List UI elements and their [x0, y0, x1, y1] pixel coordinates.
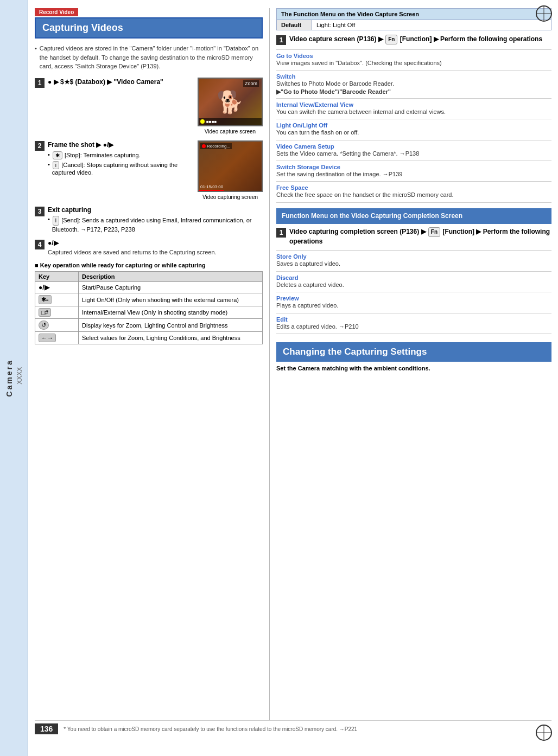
divider-7	[276, 181, 551, 182]
intro-text: • Captured videos are stored in the "Cam…	[35, 44, 263, 71]
menu-item-discard: Discard Deletes a captured video.	[276, 274, 551, 289]
key-cell: ✱≡	[35, 293, 79, 306]
completion-step-1: 1 Video capturing completion screen (P13…	[276, 227, 551, 246]
key-cell: ←→	[35, 332, 79, 344]
menu-item-edit: Edit Edits a captured video. →P210	[276, 316, 551, 331]
corner-br	[535, 723, 554, 742]
step-2-bullet1: • ✱ [Stop]: Terminates capturing.	[48, 151, 192, 159]
menu-desc-switch: Switches to Photo Mode or Barcode Reader…	[276, 80, 551, 88]
menu-desc-edit: Edits a captured video. →P210	[276, 323, 551, 331]
step-1: 1 ● ▶ $★$ (Databox) ▶ "Video Camera" Zoo…	[35, 78, 263, 135]
capturing-videos-title: Capturing Videos	[35, 17, 263, 39]
menu-title-free-space: Free Space	[276, 184, 551, 191]
menu-item-go-to-videos: Go to Videos View images saved in "Datab…	[276, 53, 551, 67]
divider-3	[276, 98, 551, 99]
default-value: Light: Light Off	[312, 20, 359, 30]
footer-note: * You need to obtain a microSD memory ca…	[64, 726, 357, 732]
menu-desc-go-to-videos: View images saved in "Databox". (Checkin…	[276, 59, 551, 67]
divider-2	[276, 70, 551, 71]
sidebar-camera-label: Camera	[5, 359, 14, 396]
table-row: ✱≡ Light On/Off (Only when shooting with…	[35, 293, 263, 306]
step-2-bullet2: • i [Cancel]: Stops capturing without sa…	[48, 161, 192, 176]
sidebar: Camera XXXX	[0, 0, 28, 756]
desc-cell: Select values for Zoom, Lighting Conditi…	[79, 332, 263, 344]
menu-item-light: Light On/Light Off You can turn the flas…	[276, 122, 551, 137]
right-step-1-number: 1	[276, 35, 286, 45]
menu-desc-discard: Deletes a captured video.	[276, 281, 551, 289]
menu-title-light: Light On/Light Off	[276, 122, 551, 129]
menu-title-preview: Preview	[276, 295, 551, 302]
key-cell: □#	[35, 306, 79, 319]
step-4: 4 ●/▶ Captured videos are saved and retu…	[35, 239, 263, 257]
left-column: Record Video Capturing Videos • Captured…	[35, 8, 263, 720]
divider-13	[276, 334, 551, 334]
default-row: Default Light: Light Off	[276, 20, 551, 30]
desc-cell: Internal/External View (Only in shooting…	[79, 306, 263, 319]
menu-sub-switch: ▶"Go to Photo Mode"/"Barcode Reader"	[276, 88, 551, 95]
step-1-image-label: Video capture screen	[205, 128, 256, 135]
step-3-text: Exit capturing	[48, 206, 263, 214]
key-operation-header: ■ Key operation while ready for capturin…	[35, 262, 263, 268]
step-2-image-label: Video capturing screen	[202, 194, 258, 201]
step-4-content: ●/▶ Captured videos are saved and return…	[48, 239, 263, 257]
completion-step-1-number: 1	[276, 228, 286, 238]
menu-item-internal-view: Internal View/External View You can swit…	[276, 101, 551, 116]
menu-title-switch: Switch	[276, 73, 551, 80]
step-3-number: 3	[35, 207, 45, 216]
menu-title-switch-storage: Switch Storage Device	[276, 164, 551, 170]
divider-4	[276, 119, 551, 119]
menu-item-free-space: Free Space Check the free space on the h…	[276, 184, 551, 199]
divider-5	[276, 140, 551, 140]
set-camera-text: Set the Camera matching with the ambient…	[276, 365, 551, 371]
menu-desc-free-space: Check the free space on the handset or t…	[276, 191, 551, 199]
right-step-1: 1 Video capture screen (P136) ▶ Fn [Func…	[276, 35, 551, 45]
step-4-subtext: Captured videos are saved and returns to…	[48, 248, 263, 257]
step-2-text: Frame the shot ▶ ●/▶	[48, 140, 192, 150]
table-row: ↺ Display keys for Zoom, Lighting Contro…	[35, 319, 263, 332]
menu-item-preview: Preview Plays a captured video.	[276, 295, 551, 310]
right-column: The Function Menu on the Video Capture S…	[269, 8, 551, 720]
step-1-content: ● ▶ $★$ (Databox) ▶ "Video Camera" Zoom …	[48, 78, 263, 135]
page-number: 136	[35, 723, 58, 734]
step-3-content: Exit capturing • i [Send]: Sends a captu…	[48, 206, 263, 234]
divider-8	[276, 202, 551, 203]
corner-tr	[535, 4, 554, 23]
step-3: 3 Exit capturing • i [Send]: Sends a cap…	[35, 206, 263, 234]
divider-1	[276, 49, 551, 50]
menu-title-go-to-videos: Go to Videos	[276, 53, 551, 59]
record-video-header: Record Video	[35, 8, 78, 16]
divider-10	[276, 271, 551, 272]
menu-item-camera-setup: Video Camera Setup Sets the Video camera…	[276, 143, 551, 158]
divider-12	[276, 313, 551, 313]
menu-item-switch: Switch Switches to Photo Mode or Barcode…	[276, 73, 551, 95]
footer: 136 * You need to obtain a microSD memor…	[35, 720, 551, 734]
func-completion-box: Function Menu on the Video Capturing Com…	[276, 208, 551, 224]
sidebar-xxxx-label: XXXX	[16, 367, 23, 385]
menu-desc-store-only: Saves a captured video.	[276, 260, 551, 268]
func-menu-header: The Function Menu on the Video Capture S…	[276, 8, 551, 20]
right-step-1-text: Video capture screen (P136) ▶ Fn [Functi…	[289, 35, 542, 45]
menu-title-store-only: Store Only	[276, 253, 551, 260]
menu-desc-light: You can turn the flash on or off.	[276, 129, 551, 137]
menu-title-edit: Edit	[276, 316, 551, 323]
default-label: Default	[277, 20, 312, 30]
desc-cell: Display keys for Zoom, Lighting Control …	[79, 319, 263, 332]
table-header-key: Key	[35, 272, 79, 282]
divider-9	[276, 250, 551, 251]
step-1-number: 1	[35, 78, 45, 88]
step-3-bullet1: • i [Send]: Sends a captured video using…	[48, 216, 263, 234]
changing-settings-box: Changing the Capturing Settings	[276, 342, 551, 362]
key-table: Key Description ●/▶ Start/Pause Capturin…	[35, 271, 263, 344]
menu-desc-switch-storage: Set the saving destination of the image.…	[276, 170, 551, 178]
menu-desc-camera-setup: Sets the Video camera. *Setting the Came…	[276, 150, 551, 158]
menu-title-discard: Discard	[276, 274, 551, 281]
step-4-number: 4	[35, 240, 45, 249]
desc-cell: Start/Pause Capturing	[79, 282, 263, 293]
step-2-image: Recording... 01:15/03:00 Video capturing…	[198, 140, 263, 201]
menu-title-internal-view: Internal View/External View	[276, 101, 551, 108]
step-1-image: Zoom ■■■■ Video capture screen	[198, 78, 263, 135]
menu-desc-internal-view: You can switch the camera between intern…	[276, 108, 551, 116]
key-cell: ●/▶	[35, 282, 79, 293]
menu-item-switch-storage: Switch Storage Device Set the saving des…	[276, 164, 551, 178]
step-1-text: ● ▶ $★$ (Databox) ▶ "Video Camera"	[48, 78, 192, 87]
